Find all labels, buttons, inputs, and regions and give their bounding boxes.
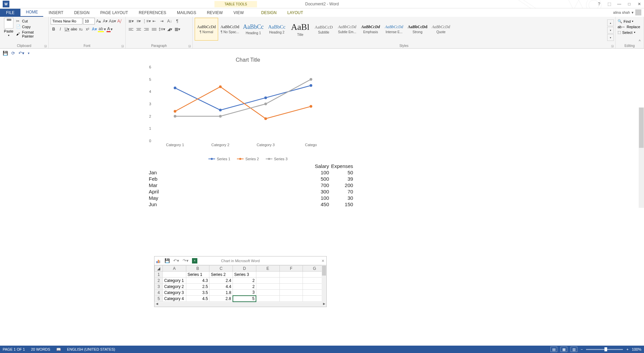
maximize-icon[interactable]: □ [626, 1, 632, 7]
tab-insert[interactable]: INSERT [43, 9, 69, 17]
multilevel-button[interactable]: ⋮≡▾ [143, 18, 150, 24]
excel-save-icon[interactable]: 💾 [165, 258, 170, 263]
sort-button[interactable]: A↓ [166, 18, 173, 24]
clipboard-launcher-icon[interactable]: ◲ [44, 45, 47, 48]
copy-button[interactable]: Copy [16, 24, 46, 29]
document-page[interactable]: Chart Title 0123456Category 1Category 2C… [147, 57, 379, 208]
excel-cell[interactable]: 3.5 [186, 290, 209, 296]
table-row[interactable]: Jan10050 [148, 170, 354, 175]
excel-cell[interactable]: Series 2 [209, 272, 233, 278]
data-table[interactable]: Salary Expenses Jan10050Feb50039Mar70020… [147, 163, 355, 208]
style-heading-1[interactable]: AaBbCcHeading 1 [242, 18, 265, 41]
style-title[interactable]: AaBlTitle [288, 18, 312, 41]
highlight-button[interactable]: ab▾ [98, 26, 106, 33]
find-button[interactable]: 🔍Find▾ [618, 19, 642, 23]
shrink-font-button[interactable]: A▾ [102, 18, 108, 24]
close-icon[interactable]: ✕ [636, 1, 642, 7]
increase-indent-button[interactable]: ⇥ [158, 18, 165, 24]
tab-home[interactable]: HOME [20, 8, 43, 17]
tab-review[interactable]: REVIEW [201, 9, 228, 17]
paragraph-launcher-icon[interactable]: ◲ [188, 45, 191, 48]
excel-cell[interactable]: 2.5 [186, 284, 209, 290]
borders-button[interactable]: ▦▾ [174, 26, 181, 33]
replace-button[interactable]: ab↔Replace [618, 25, 642, 29]
excel-col-header[interactable]: C [209, 266, 233, 272]
zoom-in-button[interactable]: + [626, 347, 628, 351]
style---normal[interactable]: AaBbCcDd¶ Normal [195, 18, 218, 41]
ribbon-display-icon[interactable]: ⬚ [606, 1, 612, 7]
table-row[interactable]: Jun450150 [148, 201, 354, 207]
font-launcher-icon[interactable]: ◲ [121, 45, 124, 48]
subscript-button[interactable]: x₂ [78, 26, 84, 33]
view-web-layout-icon[interactable]: ▥ [571, 347, 577, 352]
style-subtitle[interactable]: AaBbCcDSubtitle [312, 18, 335, 41]
excel-select-all[interactable]: ◢ [155, 266, 163, 272]
italic-button[interactable]: I [57, 26, 63, 33]
style---no-spac---[interactable]: AaBbCcDd¶ No Spac... [218, 18, 242, 41]
style-quote[interactable]: AaBbCcDdQuote [429, 18, 453, 41]
excel-cell[interactable]: Series 3 [233, 272, 256, 278]
excel-cell[interactable]: Category 3 [163, 290, 186, 296]
styles-scroll-down-icon[interactable]: ▾ [607, 27, 614, 34]
text-effects-button[interactable]: A▾ [91, 26, 97, 33]
change-case-button[interactable]: Aa▾ [109, 18, 116, 24]
user-account[interactable]: alina shah ▾ [613, 9, 641, 15]
status-language[interactable]: ENGLISH (UNITED STATES) [67, 347, 115, 351]
clear-formatting-button[interactable]: A⧸ [117, 18, 123, 24]
style-subtle-em---[interactable]: AaBbCcDdSubtle Em... [335, 18, 359, 41]
excel-col-header[interactable]: E [256, 266, 279, 272]
excel-horizontal-scrollbar[interactable]: ◀ ▶ [154, 302, 326, 307]
style-heading-2[interactable]: AaBbCcHeading 2 [265, 18, 288, 41]
excel-cell[interactable]: 4.4 [209, 284, 233, 290]
style-strong[interactable]: AaBbCcDdStrong [406, 18, 429, 41]
show-marks-button[interactable]: ¶ [174, 18, 181, 24]
cut-button[interactable]: Cut [16, 19, 46, 23]
tab-table-design[interactable]: DESIGN [256, 9, 282, 17]
font-color-button[interactable]: A▾ [107, 26, 113, 33]
tab-references[interactable]: REFERENCES [133, 9, 172, 17]
styles-scroll-up-icon[interactable]: ▴ [607, 19, 614, 26]
strikethrough-button[interactable]: abc [71, 26, 77, 33]
excel-cell[interactable]: 2.8 [209, 296, 233, 302]
chart[interactable]: Chart Title 0123456Category 1Category 2C… [147, 57, 348, 161]
excel-scroll-right-icon[interactable]: ▶ [322, 302, 326, 307]
excel-cell[interactable]: Category 1 [163, 278, 186, 284]
font-name-input[interactable] [51, 18, 82, 24]
excel-cell[interactable]: Category 4 [163, 296, 186, 302]
excel-row-header[interactable]: 3 [155, 284, 163, 290]
tab-design[interactable]: DESIGN [69, 9, 95, 17]
excel-undo-icon[interactable]: ↶▾ [173, 258, 179, 263]
status-word-count[interactable]: 20 WORDS [31, 347, 50, 351]
zoom-out-button[interactable]: − [581, 347, 583, 351]
help-icon[interactable]: ? [596, 1, 602, 7]
excel-row-header[interactable]: 5 [155, 296, 163, 302]
align-left-button[interactable] [128, 26, 134, 33]
numbering-button[interactable]: ≡▾ [135, 18, 142, 24]
excel-col-header[interactable]: A [163, 266, 186, 272]
table-row[interactable]: Feb50039 [148, 176, 354, 182]
excel-cell[interactable]: Category 2 [163, 284, 186, 290]
view-read-mode-icon[interactable]: ▤ [551, 347, 557, 352]
collapse-ribbon-icon[interactable]: ^ [639, 39, 641, 44]
excel-col-header[interactable]: B [186, 266, 209, 272]
status-page[interactable]: PAGE 1 OF 1 [3, 347, 25, 351]
excel-cell[interactable]: 2 [233, 284, 256, 290]
justify-button[interactable] [151, 26, 157, 33]
tab-file[interactable]: FILE [0, 9, 20, 17]
excel-grid[interactable]: ◢ABCDEFG1Series 1Series 2Series 32 Categ… [154, 265, 326, 302]
bullets-button[interactable]: ≣▾ [128, 18, 134, 24]
font-size-input[interactable] [83, 18, 95, 24]
excel-col-header[interactable]: F [279, 266, 303, 272]
excel-close-icon[interactable]: × [322, 258, 324, 263]
excel-cell[interactable]: 3 [233, 290, 256, 296]
excel-row-header[interactable]: 1 [155, 272, 163, 278]
tab-view[interactable]: VIEW [228, 9, 249, 17]
qat-save-icon[interactable]: 💾 [3, 51, 8, 56]
bold-button[interactable]: B [51, 26, 57, 33]
tab-table-layout[interactable]: LAYOUT [282, 9, 308, 17]
style-intense-e---[interactable]: AaBbCcDdIntense E... [382, 18, 406, 41]
styles-expand-icon[interactable]: ▾ [607, 34, 614, 41]
zoom-slider[interactable] [586, 349, 623, 350]
excel-redo-icon[interactable]: ↷▾ [183, 258, 189, 263]
excel-cell[interactable]: 2 [233, 278, 256, 284]
